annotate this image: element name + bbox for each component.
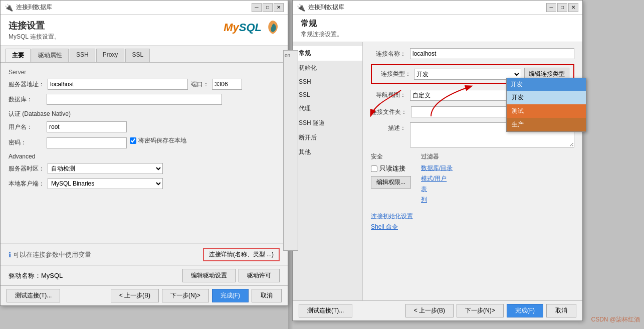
- conn-name-group: 连接名称：: [371, 48, 574, 59]
- detail-btn[interactable]: 连接详情(名称、类型 ...): [203, 248, 280, 261]
- right-close-btn[interactable]: ✕: [568, 3, 578, 12]
- link-section: 连接初始化设置 Shell 命令: [371, 212, 574, 231]
- left-prev-btn[interactable]: < 上一步(B): [111, 289, 159, 302]
- bottom-info: ℹ 可以在连接参数中使用变量 连接详情(名称、类型 ...): [1, 243, 288, 265]
- server-section-title: Server: [9, 69, 280, 76]
- edit-perms-btn[interactable]: 编辑权限...: [371, 176, 411, 189]
- right-test-btn[interactable]: 测试连接(T)...: [299, 304, 352, 317]
- sidebar-item-general[interactable]: 常规: [293, 46, 362, 61]
- sidebar-item-init[interactable]: 初始化: [293, 61, 362, 75]
- left-finish-btn[interactable]: 完成(F): [212, 289, 249, 302]
- info-text: 可以在连接参数中使用变量: [13, 250, 91, 259]
- port-input[interactable]: [212, 79, 242, 90]
- sidebar-item-tunnel[interactable]: SSH 隧道: [293, 116, 362, 130]
- port-label: 端口：: [191, 80, 209, 89]
- timezone-select[interactable]: 自动检测: [48, 163, 163, 174]
- type-dropdown: 开发 开发 测试 生产: [506, 78, 586, 132]
- left-dialog: 🔌 连接到数据库 ─ □ ✕ 连接设置 MySQL 连接设置。 MySQL 主要…: [0, 0, 288, 306]
- right-header: 常规 常规连接设置。: [293, 15, 582, 42]
- sidebar-item-other[interactable]: 其他: [293, 145, 362, 159]
- user-input[interactable]: [47, 121, 127, 132]
- filter-schema-link[interactable]: 模式/用户: [421, 175, 453, 183]
- driver-info: 驱动名称：MySQL 编辑驱动设置 驱动许可: [1, 265, 288, 285]
- right-title-text: 连接到数据库: [308, 3, 344, 12]
- tab-main[interactable]: 主要: [6, 49, 31, 62]
- dropdown-item-test[interactable]: 测试: [507, 104, 586, 118]
- security-section: 安全 只读连接 编辑权限...: [371, 152, 411, 206]
- readonly-checkbox-group: 只读连接: [371, 164, 411, 173]
- left-header-subtitle: MySQL 连接设置。: [9, 33, 238, 41]
- sidebar-item-proxy[interactable]: 代理: [293, 101, 362, 116]
- left-title-bar: 🔌 连接到数据库 ─ □ ✕: [1, 1, 288, 15]
- conn-type-label: 连接类型：: [376, 70, 411, 78]
- sidebar-item-ssh[interactable]: SSH: [293, 75, 362, 88]
- edit-driver-btn[interactable]: 编辑驱动设置: [182, 269, 236, 282]
- right-cancel-btn[interactable]: 取消: [546, 304, 576, 317]
- arrow-up: [426, 81, 476, 123]
- shell-cmd-link[interactable]: Shell 命令: [371, 223, 574, 231]
- dropdown-item-dev[interactable]: 开发: [507, 91, 586, 104]
- db-form-group: 数据库：: [9, 94, 280, 105]
- timezone-label: 服务器时区：: [9, 164, 45, 173]
- conn-name-input[interactable]: [410, 48, 574, 59]
- right-header-subtitle: 常规连接设置。: [301, 30, 574, 39]
- conn-type-select[interactable]: 开发 测试 生产: [414, 69, 521, 80]
- right-footer: 测试连接(T)... < 上一步(B) 下一步(N)> 完成(F) 取消: [293, 300, 582, 320]
- save-pwd-checkbox[interactable]: [130, 137, 136, 144]
- filters-title: 过滤器: [421, 152, 453, 161]
- left-body: Server 服务器地址： 端口： 数据库： 认证 (Database Nati…: [1, 63, 288, 243]
- right-dialog: 🔌 连接到数据库 ─ □ ✕ 常规 常规连接设置。 常规 初始化 SSH SSL…: [292, 0, 583, 321]
- host-input[interactable]: [48, 79, 188, 90]
- right-next-btn[interactable]: 下一步(N)>: [457, 304, 504, 317]
- tab-driver[interactable]: 驱动属性: [32, 49, 69, 62]
- readonly-checkbox[interactable]: [371, 166, 377, 172]
- mysql-logo: MySQL: [224, 19, 282, 37]
- left-minimize-btn[interactable]: ─: [252, 3, 262, 12]
- driver-license-btn[interactable]: 驱动许可: [239, 269, 280, 282]
- pass-form-group: 密码： 将密码保存在本地: [9, 136, 280, 149]
- host-form-group: 服务器地址： 端口：: [9, 79, 280, 90]
- left-header: 连接设置 MySQL 连接设置。 MySQL: [1, 15, 288, 46]
- client-select[interactable]: MySQL Binaries: [48, 178, 163, 189]
- right-title-icon: 🔌: [297, 4, 305, 12]
- filter-db-link[interactable]: 数据库/目录: [421, 164, 453, 173]
- pass-input[interactable]: [47, 137, 127, 148]
- security-filters-section: 安全 只读连接 编辑权限... 过滤器 数据库/目录 模式/用户 表 列: [371, 152, 574, 206]
- host-label: 服务器地址：: [9, 80, 45, 89]
- user-label: 用户名：: [9, 123, 44, 131]
- sidebar-item-disconnect[interactable]: 断开后: [293, 130, 362, 145]
- right-maximize-btn[interactable]: □: [557, 3, 567, 12]
- partial-background: on: [283, 50, 298, 251]
- tab-ssl[interactable]: SSL: [125, 49, 150, 62]
- dropdown-item-prod[interactable]: 生产: [507, 118, 586, 131]
- filter-table-link[interactable]: 表: [421, 185, 453, 194]
- save-pwd-label: 将密码保存在本地: [138, 136, 186, 145]
- left-maximize-btn[interactable]: □: [263, 3, 273, 12]
- init-settings-link[interactable]: 连接初始化设置: [371, 212, 574, 221]
- left-test-btn[interactable]: 测试连接(T)...: [7, 289, 60, 302]
- left-title-text: 连接到数据库: [16, 3, 52, 12]
- tab-ssh[interactable]: SSH: [70, 49, 95, 62]
- left-next-btn[interactable]: 下一步(N)>: [162, 289, 209, 302]
- desc-label: 描述：: [371, 122, 406, 132]
- sidebar-item-ssl[interactable]: SSL: [293, 88, 362, 101]
- client-label: 本地客户端：: [9, 180, 45, 188]
- dropdown-title: 开发: [507, 78, 586, 91]
- arrow-down: [366, 88, 406, 119]
- right-title-bar: 🔌 连接到数据库 ─ □ ✕: [293, 1, 582, 15]
- info-icon: ℹ: [9, 251, 11, 259]
- driver-buttons: 编辑驱动设置 驱动许可: [182, 269, 280, 282]
- right-header-title: 常规: [301, 19, 574, 29]
- left-title-icon: 🔌: [5, 4, 13, 12]
- client-form-group: 本地客户端： MySQL Binaries: [9, 178, 280, 189]
- tab-proxy[interactable]: Proxy: [96, 49, 125, 62]
- db-input[interactable]: [47, 94, 222, 105]
- right-minimize-btn[interactable]: ─: [546, 3, 556, 12]
- left-cancel-btn[interactable]: 取消: [252, 289, 282, 302]
- filter-col-link[interactable]: 列: [421, 196, 453, 204]
- mysql-dolphin-icon: [264, 19, 282, 37]
- right-prev-btn[interactable]: < 上一步(B): [405, 304, 454, 317]
- left-close-btn[interactable]: ✕: [274, 3, 284, 12]
- right-finish-btn[interactable]: 完成(F): [507, 304, 543, 317]
- user-form-group: 用户名：: [9, 121, 280, 132]
